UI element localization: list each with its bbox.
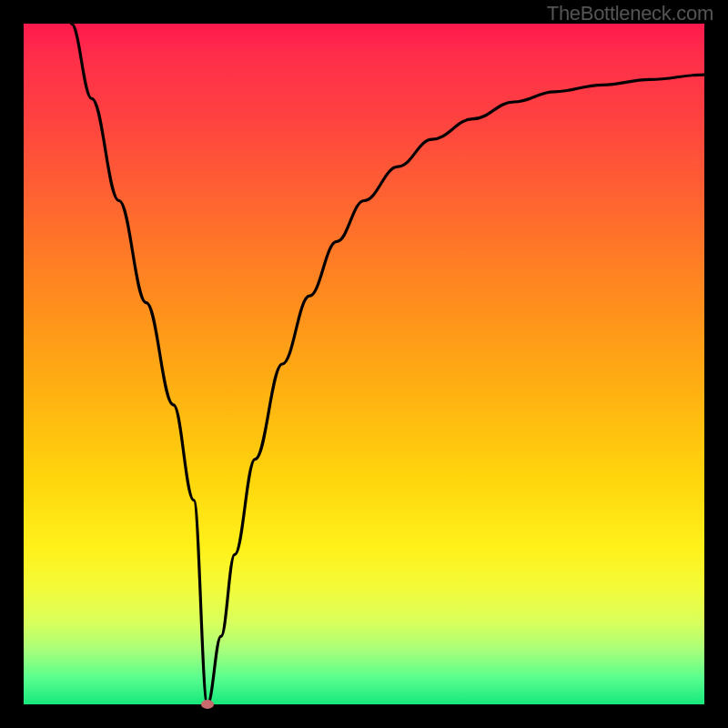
curve-svg (24, 24, 704, 704)
plot-container (24, 24, 704, 704)
plot-area (24, 24, 704, 704)
optimum-marker (201, 700, 214, 709)
bottleneck-curve (71, 24, 704, 704)
watermark-text: TheBottleneck.com (547, 2, 713, 25)
